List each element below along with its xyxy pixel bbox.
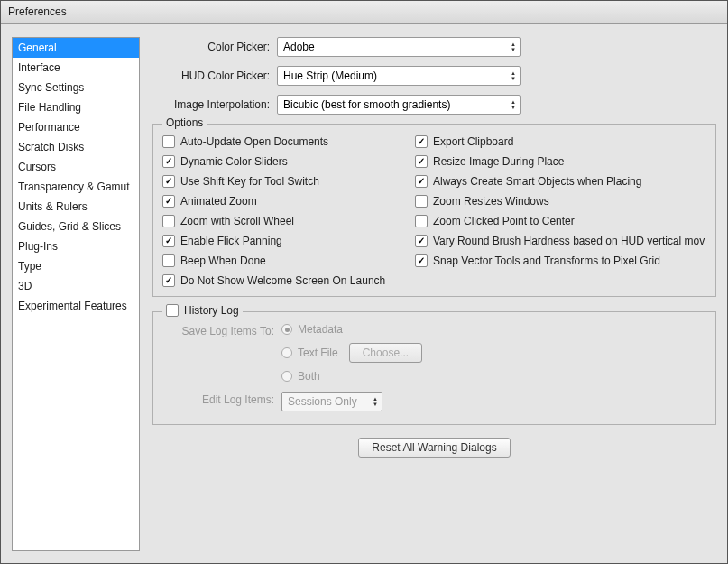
edit-log-value: Sessions Only bbox=[288, 395, 357, 408]
checkbox-box bbox=[162, 254, 175, 267]
window-title: Preferences bbox=[8, 5, 67, 18]
sidebar: GeneralInterfaceSync SettingsFile Handli… bbox=[12, 37, 140, 551]
radio-both[interactable]: Both bbox=[281, 370, 320, 383]
color-picker-label: Color Picker: bbox=[152, 41, 270, 53]
sidebar-item-file-handling[interactable]: File Handling bbox=[13, 97, 139, 117]
checkbox-label: Zoom with Scroll Wheel bbox=[180, 215, 294, 227]
dropdown-arrows-icon: ▲▼ bbox=[511, 96, 516, 114]
checkbox-beep-when-done[interactable]: Beep When Done bbox=[162, 254, 397, 267]
history-log-label: History Log bbox=[184, 304, 239, 317]
checkbox-box bbox=[415, 175, 428, 188]
content: GeneralInterfaceSync SettingsFile Handli… bbox=[1, 24, 727, 564]
checkbox-box bbox=[415, 195, 428, 208]
reset-warnings-button[interactable]: Reset All Warning Dialogs bbox=[358, 438, 510, 458]
reset-row: Reset All Warning Dialogs bbox=[152, 438, 716, 458]
history-log-title: History Log bbox=[162, 304, 243, 317]
checkbox-box bbox=[415, 215, 428, 227]
checkbox-label: Zoom Clicked Point to Center bbox=[433, 215, 575, 227]
checkbox-label: Use Shift Key for Tool Switch bbox=[180, 175, 319, 188]
options-grid: Auto-Update Open DocumentsExport Clipboa… bbox=[162, 135, 706, 267]
hud-color-picker-value: Hue Strip (Medium) bbox=[283, 69, 377, 82]
checkbox-box bbox=[415, 135, 428, 148]
checkbox-resize-image-during-place[interactable]: Resize Image During Place bbox=[415, 155, 706, 168]
checkbox-use-shift-key-for-tool-switch[interactable]: Use Shift Key for Tool Switch bbox=[162, 175, 397, 188]
checkbox-welcome-label: Do Not Show Welcome Screen On Launch bbox=[180, 274, 385, 287]
radio-metadata[interactable]: Metadata bbox=[281, 323, 343, 336]
sidebar-item-units-rulers[interactable]: Units & Rulers bbox=[13, 197, 139, 217]
checkbox-box bbox=[162, 215, 175, 227]
hud-color-picker-label: HUD Color Picker: bbox=[152, 69, 270, 82]
radio-column: MetadataText FileChoose...Both bbox=[281, 323, 422, 383]
image-interpolation-select[interactable]: Bicubic (best for smooth gradients) ▲▼ bbox=[277, 95, 521, 115]
checkbox-box bbox=[162, 155, 175, 168]
radio-circle bbox=[281, 347, 292, 358]
sidebar-item-interface[interactable]: Interface bbox=[13, 58, 139, 78]
hud-color-picker-select[interactable]: Hue Strip (Medium) ▲▼ bbox=[277, 66, 521, 86]
sidebar-item-performance[interactable]: Performance bbox=[13, 117, 139, 137]
checkbox-box bbox=[415, 254, 428, 267]
edit-log-label: Edit Log Items: bbox=[166, 392, 274, 406]
sidebar-item-scratch-disks[interactable]: Scratch Disks bbox=[13, 137, 139, 157]
checkbox-zoom-with-scroll-wheel[interactable]: Zoom with Scroll Wheel bbox=[162, 215, 397, 227]
checkbox-box bbox=[162, 175, 175, 188]
radio-text-file[interactable]: Text File bbox=[281, 347, 338, 359]
choose-button[interactable]: Choose... bbox=[349, 343, 422, 363]
checkbox-box bbox=[162, 235, 175, 247]
sidebar-item-experimental-features[interactable]: Experimental Features bbox=[13, 296, 139, 316]
checkbox-enable-flick-panning[interactable]: Enable Flick Panning bbox=[162, 235, 397, 247]
checkbox-label: Beep When Done bbox=[180, 254, 266, 267]
history-log-group: History Log Save Log Items To: MetadataT… bbox=[152, 311, 716, 425]
checkbox-snap-vector-tools-and-transforms[interactable]: Snap Vector Tools and Transforms to Pixe… bbox=[415, 254, 706, 267]
options-group-title: Options bbox=[162, 116, 207, 129]
checkbox-animated-zoom[interactable]: Animated Zoom bbox=[162, 195, 397, 208]
image-interpolation-label: Image Interpolation: bbox=[152, 98, 270, 111]
checkbox-welcome-screen[interactable]: Do Not Show Welcome Screen On Launch bbox=[162, 274, 706, 287]
checkbox-label: Auto-Update Open Documents bbox=[180, 135, 328, 148]
checkbox-zoom-clicked-point-to-center[interactable]: Zoom Clicked Point to Center bbox=[415, 215, 706, 227]
save-log-label: Save Log Items To: bbox=[166, 323, 274, 337]
checkbox-label: Always Create Smart Objects when Placing bbox=[433, 175, 641, 188]
checkbox-box bbox=[415, 235, 428, 247]
history-content: Save Log Items To: MetadataText FileChoo… bbox=[162, 323, 706, 411]
sidebar-item-type[interactable]: Type bbox=[13, 256, 139, 276]
checkbox-label: Resize Image During Place bbox=[433, 155, 564, 168]
dropdown-arrows-icon: ▲▼ bbox=[511, 67, 516, 85]
radio-label: Both bbox=[298, 370, 320, 383]
edit-log-select[interactable]: Sessions Only ▲▼ bbox=[281, 392, 382, 411]
checkbox-dynamic-color-sliders[interactable]: Dynamic Color Sliders bbox=[162, 155, 397, 168]
checkbox-box bbox=[415, 155, 428, 168]
radio-circle bbox=[281, 371, 292, 382]
dropdown-arrows-icon: ▲▼ bbox=[511, 38, 516, 56]
sidebar-item-plug-ins[interactable]: Plug-Ins bbox=[13, 236, 139, 256]
sidebar-item-cursors[interactable]: Cursors bbox=[13, 157, 139, 177]
checkbox-vary-round-brush-hardness-based-[interactable]: Vary Round Brush Hardness based on HUD v… bbox=[415, 235, 706, 247]
checkbox-label: Snap Vector Tools and Transforms to Pixe… bbox=[433, 254, 660, 267]
checkbox-export-clipboard[interactable]: Export Clipboard bbox=[415, 135, 706, 148]
dropdown-arrows-icon: ▲▼ bbox=[373, 393, 378, 411]
history-log-checkbox[interactable] bbox=[166, 304, 179, 317]
checkbox-label: Animated Zoom bbox=[180, 195, 257, 208]
checkbox-always-create-smart-objects-when[interactable]: Always Create Smart Objects when Placing bbox=[415, 175, 706, 188]
color-picker-select[interactable]: Adobe ▲▼ bbox=[277, 37, 521, 57]
checkbox-auto-update-open-documents[interactable]: Auto-Update Open Documents bbox=[162, 135, 397, 148]
checkbox-label: Export Clipboard bbox=[433, 135, 513, 148]
checkbox-box bbox=[162, 195, 175, 208]
titlebar: Preferences bbox=[1, 1, 727, 24]
checkbox-label: Vary Round Brush Hardness based on HUD v… bbox=[433, 235, 705, 247]
sidebar-item-transparency-gamut[interactable]: Transparency & Gamut bbox=[13, 177, 139, 197]
main-panel: Color Picker: Adobe ▲▼ HUD Color Picker:… bbox=[152, 37, 716, 551]
image-interpolation-value: Bicubic (best for smooth gradients) bbox=[283, 98, 450, 111]
sidebar-item-3d[interactable]: 3D bbox=[13, 276, 139, 296]
options-group: Options Auto-Update Open DocumentsExport… bbox=[152, 124, 716, 297]
sidebar-item-guides-grid-slices[interactable]: Guides, Grid & Slices bbox=[13, 217, 139, 236]
radio-circle bbox=[281, 324, 292, 335]
checkbox-box bbox=[162, 135, 175, 148]
checkbox-label: Dynamic Color Sliders bbox=[180, 155, 288, 168]
checkbox-label: Enable Flick Panning bbox=[180, 235, 282, 247]
sidebar-item-general[interactable]: General bbox=[13, 38, 139, 58]
preferences-window: Preferences GeneralInterfaceSync Setting… bbox=[0, 0, 728, 564]
sidebar-item-sync-settings[interactable]: Sync Settings bbox=[13, 78, 139, 97]
color-picker-value: Adobe bbox=[283, 41, 315, 53]
checkbox-zoom-resizes-windows[interactable]: Zoom Resizes Windows bbox=[415, 195, 706, 208]
checkbox-label: Zoom Resizes Windows bbox=[433, 195, 549, 208]
